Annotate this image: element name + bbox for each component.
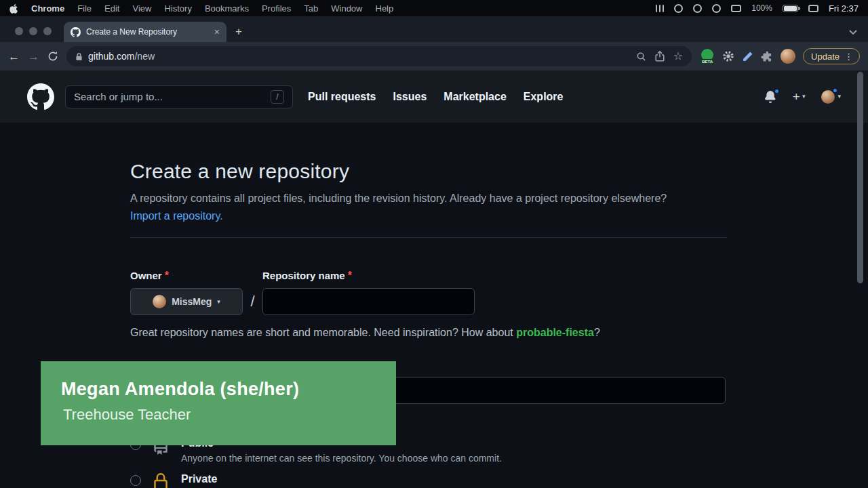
search-input[interactable] <box>74 91 265 102</box>
menubar-item-window[interactable]: Window <box>331 3 362 14</box>
lock-icon[interactable] <box>75 52 83 61</box>
menubar-item-tab[interactable]: Tab <box>304 3 318 14</box>
puzzle-extensions-icon[interactable] <box>761 50 773 62</box>
menubar-item-view[interactable]: View <box>132 3 151 14</box>
required-asterisk: * <box>165 270 169 281</box>
extensions-row: BETA Update ⋮ <box>700 48 860 64</box>
close-window-button[interactable] <box>15 27 23 35</box>
menubar-item-chrome[interactable]: Chrome <box>31 3 64 14</box>
beta-extension-icon[interactable]: BETA <box>700 49 715 64</box>
page-title: Create a new repository <box>130 160 727 183</box>
tab-title: Create a New Repository <box>86 27 209 37</box>
github-logo[interactable] <box>27 83 54 110</box>
status-circle2-icon[interactable] <box>712 4 721 13</box>
owner-label: Owner <box>130 270 162 281</box>
apple-menu-icon[interactable] <box>9 3 18 14</box>
private-label: Private <box>181 473 217 485</box>
chevron-down-icon: ▾ <box>217 299 220 305</box>
reload-button[interactable] <box>47 51 58 62</box>
chevron-down-icon: ▾ <box>802 94 806 100</box>
browser-profile-avatar[interactable] <box>781 49 795 64</box>
github-favicon <box>71 27 81 37</box>
menubar-item-file[interactable]: File <box>77 3 92 14</box>
presenter-lower-third-overlay: Megan Amendola (she/her) Treehouse Teach… <box>41 361 396 445</box>
url-domain: github.com <box>88 51 134 62</box>
address-bar-actions: ☆ <box>636 51 683 62</box>
presenter-name: Megan Amendola (she/her) <box>61 379 396 400</box>
browser-toolbar: ← → github.com/new ☆ BETA <box>0 42 868 70</box>
zoom-window-button[interactable] <box>43 27 52 35</box>
notification-dot <box>774 88 780 94</box>
bookmark-star-icon[interactable]: ☆ <box>673 51 683 62</box>
share-icon[interactable] <box>655 51 665 62</box>
plus-icon: + <box>793 90 800 103</box>
owner-select-button[interactable]: MissMeg ▾ <box>130 288 243 315</box>
battery-percent: 100% <box>751 3 772 13</box>
github-search-box[interactable]: / <box>65 85 293 108</box>
beta-badge: BETA <box>700 59 715 64</box>
browser-menu-kebab-icon[interactable]: ⋮ <box>844 52 853 61</box>
browser-tab[interactable]: Create a New Repository × <box>64 22 226 42</box>
menubar-item-profiles[interactable]: Profiles <box>262 3 291 14</box>
control-center-icon[interactable] <box>808 5 818 12</box>
notifications-bell-icon[interactable] <box>764 91 776 103</box>
suggested-name-link[interactable]: probable-fiesta <box>516 327 594 338</box>
forward-button[interactable]: → <box>28 51 39 62</box>
lock-private-icon <box>152 473 170 488</box>
menubar-item-bookmarks[interactable]: Bookmarks <box>205 3 249 14</box>
presenter-role: Treehouse Teacher <box>63 406 396 424</box>
nav-marketplace[interactable]: Marketplace <box>443 91 507 103</box>
required-asterisk: * <box>348 270 352 281</box>
repository-name-input[interactable] <box>262 288 475 315</box>
menubar-item-help[interactable]: Help <box>376 3 394 14</box>
github-nav: Pull requests Issues Marketplace Explore <box>308 91 563 103</box>
repository-name-label: Repository name <box>262 270 345 281</box>
battery-icon[interactable] <box>783 5 798 12</box>
name-suggestion: Great repository names are short and mem… <box>130 327 727 339</box>
avatar-notification-dot <box>832 87 838 94</box>
window-controls <box>15 27 52 35</box>
tab-close-icon[interactable]: × <box>214 27 220 37</box>
menubar-status-area: 100% Fri 2:37 <box>656 3 859 14</box>
clock-status-icon[interactable] <box>674 4 683 13</box>
status-circle-icon[interactable] <box>693 4 702 13</box>
back-button[interactable]: ← <box>8 51 20 62</box>
github-header: / Pull requests Issues Marketplace Explo… <box>0 70 868 123</box>
nav-pull-requests[interactable]: Pull requests <box>308 91 376 103</box>
update-label: Update <box>811 52 840 61</box>
gear-extension-icon[interactable] <box>722 50 734 62</box>
form-labels-row: Owner* Repository name* <box>130 270 727 282</box>
slash-key-hint: / <box>271 90 284 104</box>
owner-avatar <box>153 295 166 308</box>
menubar-item-history[interactable]: History <box>164 3 191 14</box>
menubar-clock[interactable]: Fri 2:37 <box>829 3 859 14</box>
create-new-dropdown[interactable]: + ▾ <box>793 90 806 103</box>
stage-manager-icon[interactable] <box>656 5 665 12</box>
section-divider <box>130 237 727 238</box>
update-button[interactable]: Update ⋮ <box>803 48 860 64</box>
address-bar[interactable]: github.com/new ☆ <box>66 46 692 66</box>
menubar-item-edit[interactable]: Edit <box>104 3 119 14</box>
private-radio[interactable] <box>130 475 141 486</box>
owner-repo-separator: / <box>243 293 262 310</box>
public-description: Anyone on the internet can see this repo… <box>181 453 502 464</box>
private-option: Private <box>130 473 727 488</box>
scrollbar-thumb[interactable] <box>857 72 863 283</box>
screen: Chrome File Edit View History Bookmarks … <box>0 0 868 488</box>
zoom-icon[interactable] <box>636 52 646 62</box>
form-controls-row: MissMeg ▾ / <box>130 288 727 315</box>
nav-issues[interactable]: Issues <box>393 91 427 103</box>
import-repository-link[interactable]: Import a repository. <box>130 210 223 222</box>
minimize-window-button[interactable] <box>29 27 37 35</box>
macos-menubar: Chrome File Edit View History Bookmarks … <box>0 0 868 16</box>
suggestion-prefix: Great repository names are short and mem… <box>130 327 513 338</box>
tab-search-chevron-icon[interactable] <box>849 30 857 35</box>
new-tab-button[interactable]: + <box>235 25 242 39</box>
suggestion-suffix: ? <box>594 327 600 338</box>
profile-menu[interactable]: ▾ <box>821 90 841 104</box>
pencil-extension-icon[interactable] <box>742 51 753 62</box>
owner-name: MissMeg <box>172 296 212 307</box>
nav-explore[interactable]: Explore <box>524 91 564 103</box>
browser-tab-strip: Create a New Repository × + <box>0 16 868 42</box>
display-icon[interactable] <box>731 5 741 12</box>
